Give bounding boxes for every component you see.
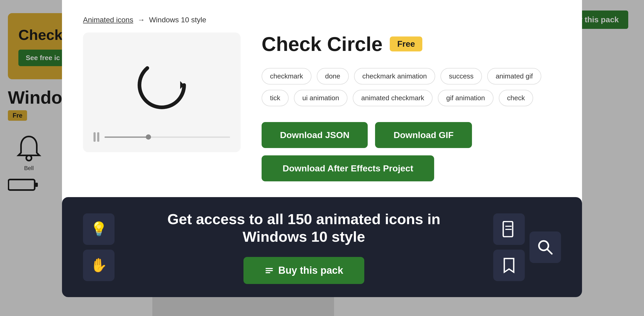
progress-bar[interactable] (105, 136, 230, 138)
promo-section: 💡 ✋ Get access to all 150 animated icons… (62, 197, 582, 297)
promo-bookmark-icon (493, 250, 525, 281)
promo-bulb-icon: 💡 (83, 213, 115, 245)
promo-center: Get access to all 150 animated icons in … (115, 210, 493, 284)
promo-file-icon (493, 213, 525, 245)
icon-preview (128, 51, 196, 119)
download-json-button[interactable]: Download JSON (262, 122, 368, 148)
preview-panel (83, 33, 241, 152)
promo-title: Get access to all 150 animated icons in … (136, 210, 472, 245)
free-badge: Free (390, 36, 422, 51)
tag-animated-checkmark[interactable]: animated checkmark (353, 90, 433, 106)
tag-ui-animation[interactable]: ui animation (294, 90, 347, 106)
tag-gif-animation[interactable]: gif animation (438, 90, 493, 106)
tag-checkmark-animation[interactable]: checkmark animation (354, 68, 435, 85)
promo-hand-icon: ✋ (83, 250, 115, 281)
tag-checkmark[interactable]: checkmark (262, 68, 311, 85)
pause-button[interactable] (94, 132, 99, 142)
info-panel: Check Circle Free checkmark done checkma… (262, 33, 561, 181)
download-ae-button[interactable]: Download After Effects Project (262, 155, 434, 181)
buy-pack-label: Buy this pack (278, 265, 343, 276)
tag-animated-gif[interactable]: animated gif (487, 68, 541, 85)
svg-rect-12 (266, 268, 273, 269)
promo-search-icon (529, 231, 561, 263)
breadcrumb-current: Windows 10 style (149, 16, 206, 24)
breadcrumb-arrow: → (137, 16, 145, 24)
svg-point-11 (139, 63, 184, 107)
svg-rect-14 (266, 272, 270, 273)
svg-rect-13 (266, 270, 273, 271)
buy-pack-button[interactable]: Buy this pack (243, 257, 364, 284)
buy-icon (264, 266, 274, 275)
tag-success[interactable]: success (440, 68, 482, 85)
icon-title: Check Circle (262, 33, 382, 55)
tag-done[interactable]: done (317, 68, 349, 85)
breadcrumb: Animated icons → Windows 10 style (83, 16, 561, 24)
tag-tick[interactable]: tick (262, 90, 289, 106)
svg-line-19 (547, 249, 552, 254)
tag-check[interactable]: check (499, 90, 533, 106)
download-gif-button[interactable]: Download GIF (375, 122, 472, 148)
animated-icons-link[interactable]: Animated icons (83, 16, 133, 24)
tags-container: checkmark done checkmark animation succe… (262, 68, 561, 106)
modal-panel: Animated icons → Windows 10 style (62, 0, 582, 297)
